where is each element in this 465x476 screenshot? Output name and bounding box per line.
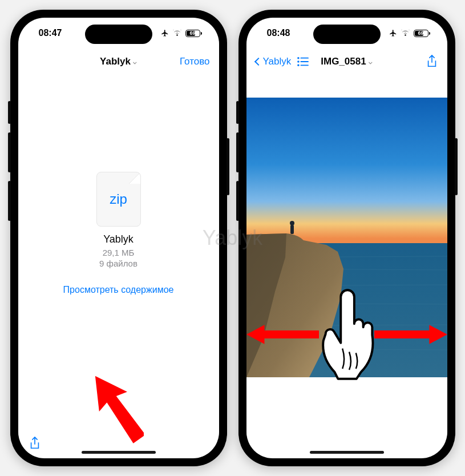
svg-marker-18 — [374, 325, 447, 344]
nav-bar: Yablyk ⌵ Готово — [18, 49, 219, 75]
wifi-icon — [401, 30, 410, 37]
zip-file-icon[interactable]: zip — [96, 172, 141, 227]
svg-point-1 — [298, 58, 299, 59]
svg-marker-17 — [246, 325, 320, 344]
finger-icon — [316, 286, 377, 383]
zip-extension: zip — [110, 191, 127, 207]
svg-rect-7 — [246, 98, 447, 246]
airplane-icon — [389, 29, 397, 37]
nav-title[interactable]: Yablyk ⌵ — [100, 56, 137, 67]
airplane-icon — [161, 29, 169, 37]
dynamic-island — [313, 25, 381, 44]
svg-marker-0 — [92, 366, 144, 449]
battery-level: 69 — [187, 31, 199, 36]
share-icon[interactable] — [426, 54, 438, 69]
phone-frame-left: 08:47 69 Yablyk ⌵ — [10, 10, 227, 466]
archive-size: 29,1 МБ — [62, 248, 176, 257]
status-time: 08:48 — [267, 28, 290, 38]
archive-file-count: 9 файлов — [62, 259, 176, 268]
home-indicator[interactable] — [310, 451, 384, 454]
nav-bar: Yablyk IMG_0581 ⌵ — [246, 49, 447, 75]
archive-name: Yablyk — [62, 233, 176, 245]
back-button[interactable]: Yablyk — [256, 56, 292, 67]
status-time: 08:47 — [39, 28, 62, 38]
chevron-left-icon — [254, 58, 262, 66]
chevron-down-icon: ⌵ — [133, 58, 137, 66]
chevron-down-icon: ⌵ — [369, 58, 373, 66]
wifi-icon — [172, 30, 182, 37]
phone-frame-right: 08:48 69 Y — [238, 10, 455, 466]
svg-point-5 — [298, 64, 299, 66]
share-icon[interactable] — [29, 436, 41, 451]
svg-point-3 — [298, 61, 299, 62]
done-button[interactable]: Готово — [180, 56, 210, 67]
swipe-gesture-annotation — [246, 286, 447, 383]
nav-title[interactable]: IMG_0581 ⌵ — [321, 56, 372, 67]
view-contents-button[interactable]: Просмотреть содержимое — [62, 284, 176, 296]
svg-point-15 — [290, 221, 294, 225]
battery-level: 69 — [415, 31, 427, 36]
svg-rect-16 — [290, 225, 294, 234]
list-icon[interactable] — [297, 57, 309, 67]
annotation-arrow-icon — [92, 366, 144, 451]
dynamic-island — [85, 25, 152, 44]
